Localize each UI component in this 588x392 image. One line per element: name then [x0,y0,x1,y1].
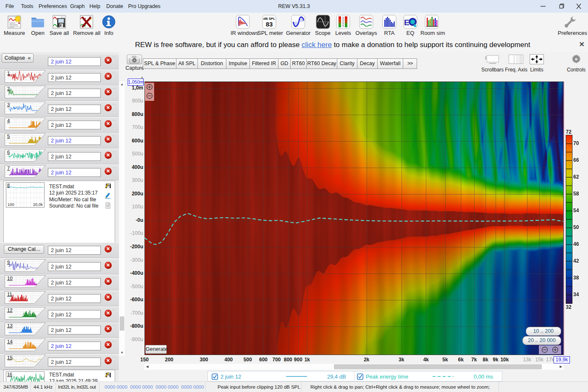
svg-text:83: 83 [266,21,273,28]
svg-text:dB SPL: dB SPL [263,17,276,21]
svg-text:E: E [404,18,410,27]
